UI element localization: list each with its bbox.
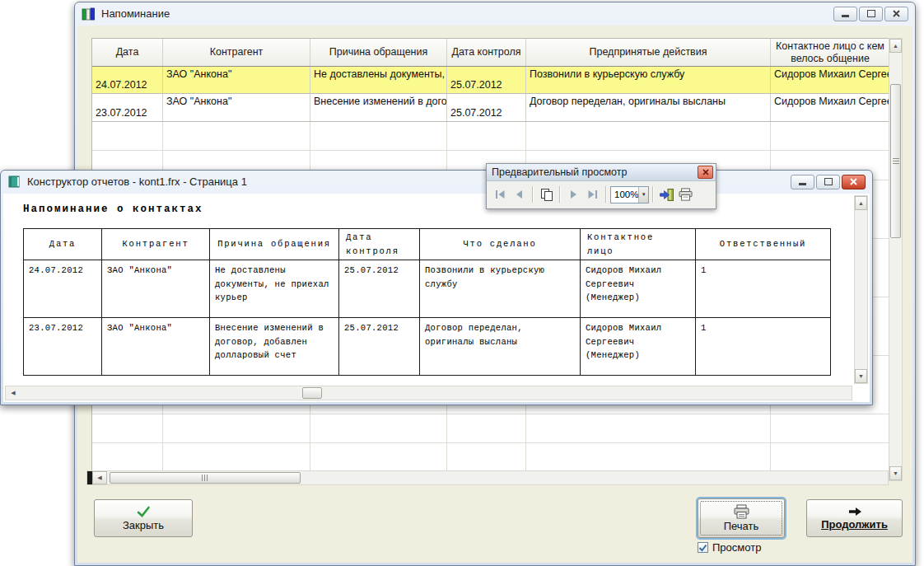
scroll-up-button[interactable]: ▲ <box>889 39 902 53</box>
report-cell: Внесение изменений в договор, добавлен д… <box>210 318 339 376</box>
preview-titlebar[interactable]: Предварительный просмотр <box>487 164 716 181</box>
preview-checkbox[interactable] <box>698 542 708 553</box>
exit-door-icon <box>659 188 674 202</box>
close-preview-button[interactable] <box>657 185 676 203</box>
close-icon <box>702 169 709 175</box>
scrollbar-thumb[interactable] <box>110 472 301 484</box>
prev-page-icon <box>514 189 525 199</box>
report-row: 23.07.2012 ЗАО "Анкона" Внесение изменен… <box>24 318 831 376</box>
report-cell: Не доставлены документы, не приехал курь… <box>210 260 339 318</box>
scroll-down-button[interactable]: ▼ <box>855 369 867 383</box>
continue-button-label: Продолжить <box>821 518 888 531</box>
reminder-titlebar[interactable]: Напоминание <box>75 2 915 25</box>
chevron-down-icon[interactable]: ▼ <box>638 187 648 203</box>
report-book-icon <box>7 175 21 189</box>
screen: Напоминание Дата Контрагент Причина обра… <box>0 0 924 566</box>
close-button[interactable] <box>884 7 908 21</box>
column-header-counterparty: Контрагент <box>163 39 310 66</box>
designer-titlebar[interactable]: Конструктор отчетов - kont1.frx - Страни… <box>1 171 872 193</box>
preview-toolbar: 100% ▼ <box>487 181 716 208</box>
books-icon <box>82 7 96 21</box>
pages-button[interactable] <box>537 185 556 203</box>
arrow-up-icon: ▲ <box>858 200 864 206</box>
reminder-window-title: Напоминание <box>101 7 170 20</box>
preview-close-button[interactable] <box>698 166 713 179</box>
report-header-row: Дата Контрагент Причина обращения Дата к… <box>24 229 831 260</box>
copy-pages-icon <box>539 188 554 202</box>
column-header-control-date: Дата контроля <box>447 39 526 66</box>
scroll-left-button[interactable]: ◀ <box>6 386 21 400</box>
maximize-icon <box>824 178 833 185</box>
vertical-scrollbar[interactable]: ▲ ▼ <box>889 38 903 481</box>
preview-checkbox-label: Просмотр <box>712 541 761 554</box>
report-cell: Позвонили в курьерскую службу <box>420 260 581 318</box>
first-page-button[interactable] <box>491 185 510 203</box>
report-cell: ЗАО "Анкона" <box>102 318 210 376</box>
arrow-left-icon: ◀ <box>97 475 101 481</box>
report-title: Напоминание о контактах <box>23 203 203 215</box>
report-cell: 1 <box>696 260 831 318</box>
column-header-contact: Контактное лицо с кем велось общение <box>771 39 889 66</box>
horizontal-scrollbar[interactable]: ◀ <box>86 470 889 485</box>
close-button[interactable] <box>842 175 866 189</box>
preview-toolbar-window: Предварительный просмотр <box>486 163 716 209</box>
report-vertical-scrollbar[interactable]: ▲ ▼ <box>854 195 868 384</box>
toolbar-separator <box>559 186 561 203</box>
toolbar-separator <box>652 186 654 203</box>
arrow-left-icon: ◀ <box>11 390 15 396</box>
toolbar-separator <box>605 186 607 203</box>
last-page-icon <box>586 189 599 199</box>
cell-counterparty: ЗАО "Анкона" <box>163 67 310 93</box>
last-page-button[interactable] <box>583 185 602 203</box>
cell-date: 23.07.2012 <box>92 94 163 121</box>
toolbar-print-button[interactable] <box>676 185 695 203</box>
table-row[interactable]: 23.07.2012 ЗАО "Анкона" Внесение изменен… <box>92 94 889 122</box>
report-column-done: Что сделано <box>420 229 581 260</box>
cell-reason: Внесение изменений в договор, добавлен д… <box>310 94 447 121</box>
report-cell: ЗАО "Анкона" <box>102 260 210 318</box>
continue-button[interactable]: Продолжить <box>806 499 903 537</box>
printer-icon <box>678 188 693 201</box>
minimize-button[interactable] <box>833 7 857 21</box>
cell-actions: Договор переделан, оригиналы высланы <box>526 94 771 121</box>
scroll-up-button[interactable]: ▲ <box>855 196 867 210</box>
focus-dotted-border <box>700 501 782 536</box>
report-designer-window: Конструктор отчетов - kont1.frx - Страни… <box>0 170 873 405</box>
column-header-reason: Причина обращения <box>310 39 447 66</box>
next-page-button[interactable] <box>564 185 583 203</box>
maximize-button[interactable] <box>816 175 840 189</box>
report-cell: 24.07.2012 <box>24 260 102 318</box>
prev-page-button[interactable] <box>510 185 529 203</box>
cell-control-date: 25.07.2012 <box>447 67 526 93</box>
zoom-select[interactable]: 100% ▼ <box>610 186 649 203</box>
arrow-down-icon: ▼ <box>893 470 898 476</box>
table-row[interactable]: 24.07.2012 ЗАО "Анкона" Не доставлены до… <box>92 67 889 94</box>
next-page-icon <box>568 189 579 199</box>
minimize-button[interactable] <box>791 175 814 189</box>
checkmark-icon <box>136 506 151 517</box>
grid-header-row: Дата Контрагент Причина обращения Дата к… <box>92 39 889 67</box>
report-column-counterparty: Контрагент <box>102 229 210 260</box>
preview-title: Предварительный просмотр <box>492 166 627 178</box>
scroll-down-button[interactable]: ▼ <box>889 466 902 480</box>
check-icon <box>698 544 707 552</box>
cell-contact: Сидоров Михаил Сергеевич (Менеджер) <box>771 67 889 93</box>
report-cell: Сидоров Михаил Сергеевич (Менеджер) <box>581 318 696 376</box>
report-column-reason: Причина обращения <box>210 229 339 260</box>
cell-reason: Не доставлены документы, не приехал курь… <box>310 67 447 93</box>
scrollbar-thumb[interactable] <box>302 387 322 399</box>
scroll-left-button[interactable]: ◀ <box>92 471 107 484</box>
report-table: Дата Контрагент Причина обращения Дата к… <box>23 228 831 376</box>
print-button[interactable]: Печать <box>698 498 785 538</box>
report-cell: Сидоров Михаил Сергеевич (Менеджер) <box>581 260 696 318</box>
report-cell: 25.07.2012 <box>339 318 420 376</box>
cell-counterparty: ЗАО "Анкона" <box>163 94 310 121</box>
scrollbar-thumb[interactable] <box>890 84 901 238</box>
report-column-date: Дата <box>24 229 102 260</box>
maximize-button[interactable] <box>859 7 883 21</box>
report-column-contact: Контактное лицо <box>581 229 696 260</box>
arrow-down-icon: ▼ <box>858 373 864 379</box>
close-form-button[interactable]: Закрыть <box>94 499 193 537</box>
report-horizontal-scrollbar[interactable]: ◀ <box>5 386 852 400</box>
arrow-up-icon: ▲ <box>893 43 898 49</box>
